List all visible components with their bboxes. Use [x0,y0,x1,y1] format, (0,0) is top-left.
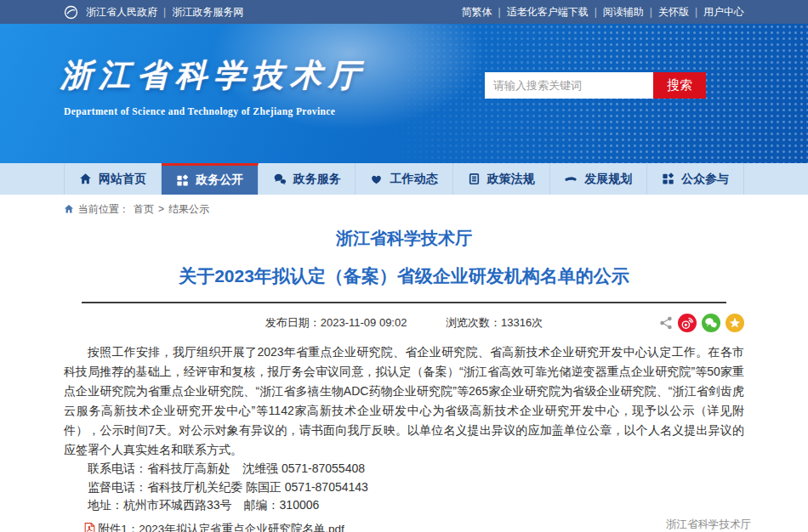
site-banner: 浙江省科学技术厅 Department of Science and Techn… [0,24,808,163]
nav-item-news[interactable]: 工作动态 [356,163,452,195]
supervision-phone: 监督电话：省科技厅机关纪委 陈国正 0571-87054143 [64,478,744,497]
separator: | [695,6,697,18]
separator: | [163,6,166,18]
nav-item-home[interactable]: 网站首页 [64,163,162,195]
separator: | [650,6,652,18]
breadcrumb-item-home[interactable]: 首页 [134,202,154,217]
link-provincial-government[interactable]: 浙江省人民政府 [86,5,157,20]
site-title: 浙江省科学技术厅 [60,54,367,97]
separator: | [595,6,597,18]
link-care-version[interactable]: 关怀版 [658,5,689,20]
handshake-icon [564,173,578,185]
nav-item-label: 发展规划 [584,172,632,187]
nav-item-label: 政务服务 [293,172,341,187]
search-button[interactable]: 搜索 [653,72,706,99]
weibo-icon[interactable] [678,314,697,332]
search-box: 搜索 [485,72,706,99]
nav-item-label: 政务公开 [196,173,243,188]
breadcrumb-separator: > [158,203,164,215]
gov-emblem-icon [64,5,78,20]
attachments: 附件1：2023年拟认定省重点企业研究院名单.pdf 附件2：2023年拟认定省… [64,520,744,532]
main-nav: 网站首页 政务公开 政务服务 工作动态 [0,163,808,195]
attachment-link-1[interactable]: 附件1：2023年拟认定省重点企业研究院名单.pdf [64,520,744,532]
breadcrumb-item-current[interactable]: 结果公示 [168,202,209,217]
nav-item-planning[interactable]: 发展规划 [550,163,647,195]
share-icon[interactable] [659,316,673,330]
qzone-icon[interactable] [725,314,744,332]
participation-seal-icon [662,173,674,185]
article: 浙江省科学技术厅 关于2023年拟认定（备案）省级企业研发机构名单的公示 发布日… [64,227,744,532]
search-input[interactable] [485,72,653,99]
nav-item-label: 工作动态 [390,172,437,187]
nav-item-label: 政策法规 [487,172,535,187]
view-count: 浏览次数：13316次 [446,313,543,333]
pdf-icon [84,523,95,532]
topbar-right: 简繁体 | 适老化客户端下载 | 阅读辅助 | 关怀版 | 用户中心 [462,5,745,20]
attachment-label[interactable]: 附件1：2023年拟认定省重点企业研究院名单.pdf [98,520,344,532]
topbar-left: 浙江省人民政府 | 浙江政务服务网 [64,5,243,20]
article-title-line1: 浙江省科学技术厅 [64,227,744,250]
breadcrumb-home-icon [64,204,74,214]
nav-item-participation[interactable]: 公众参与 [647,163,744,195]
chat-bubbles-icon [273,173,287,185]
address-line: 地址：杭州市环城西路33号 邮编：310006 [64,496,744,515]
topbar: 浙江省人民政府 | 浙江政务服务网 简繁体 | 适老化客户端下载 | 阅读辅助 … [0,0,808,24]
nav-item-services[interactable]: 政务服务 [259,163,356,195]
contact-phone: 联系电话：省科技厅高新处 沈维强 0571-87055408 [64,460,744,478]
publish-date: 发布日期：2023-11-09 09:02 [265,313,407,333]
link-zhejiang-service-portal[interactable]: 浙江政务服务网 [172,5,243,20]
article-title-line2: 关于2023年拟认定（备案）省级企业研发机构名单的公示 [64,264,744,288]
footer-agency-name: 浙江省科学技术厅 [666,518,751,532]
article-meta: 发布日期：2023-11-09 09:02 浏览次数：13316次 [64,313,744,335]
document-icon [468,173,481,185]
nav-item-label: 网站首页 [99,172,146,187]
disclosure-seal-icon [176,174,189,187]
breadcrumb-prefix: 当前位置： [78,202,129,217]
separator: | [498,6,501,18]
link-user-center[interactable]: 用户中心 [703,5,744,20]
nav-item-label: 公众参与 [681,172,729,187]
title-divider [82,302,726,303]
article-paragraph: 按照工作安排，我厅组织开展了2023年省重点企业研究院、省企业研究院、省高新技术… [64,342,744,460]
site-subtitle: Department of Science and Technology of … [60,106,367,116]
link-simplified-traditional[interactable]: 简繁体 [462,5,492,20]
home-icon [79,173,92,185]
link-reading-assist[interactable]: 阅读辅助 [603,5,644,20]
wechat-icon[interactable] [702,314,720,332]
breadcrumb: 当前位置： 首页 > 结果公示 [64,201,744,217]
site-logo: 浙江省科学技术厅 Department of Science and Techn… [60,54,367,116]
link-elder-client-download[interactable]: 适老化客户端下载 [507,5,589,20]
heart-icon [370,173,383,185]
share-bar [659,314,744,332]
page: 浙江省人民政府 | 浙江政务服务网 简繁体 | 适老化客户端下载 | 阅读辅助 … [0,0,808,532]
nav-item-policies[interactable]: 政策法规 [453,163,550,195]
nav-item-disclosure[interactable]: 政务公开 [162,163,259,195]
